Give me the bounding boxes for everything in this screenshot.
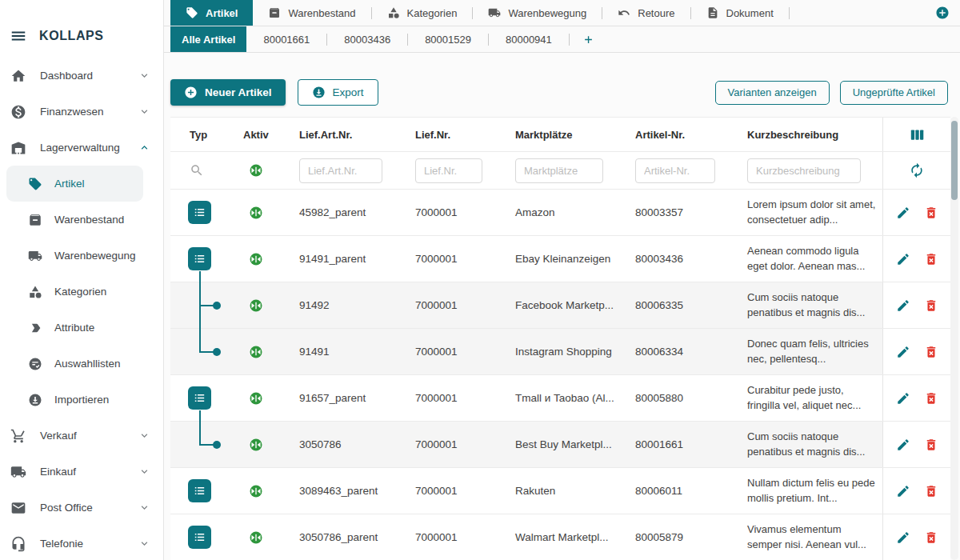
delete-trash-icon[interactable] [924, 530, 938, 545]
article-type-button[interactable] [188, 479, 211, 502]
tab-article-80003436[interactable]: 80003436 [327, 26, 407, 52]
sidebar: KOLLAPS Dashboard Finanzwesen Lagerverwa… [0, 0, 164, 560]
column-header-aktiv[interactable]: Aktiv [232, 129, 288, 141]
filter-marktplaetze-input[interactable] [515, 158, 603, 183]
tab-alle-artikel[interactable]: Alle Artikel [170, 26, 246, 52]
filter-cell [288, 158, 404, 183]
edit-pencil-icon[interactable] [896, 252, 910, 266]
filter-artikel-nr-input[interactable] [635, 158, 715, 183]
new-article-button[interactable]: Neuer Artikel [170, 79, 286, 106]
article-type-button[interactable] [188, 247, 211, 270]
tab-retoure[interactable]: Retoure [602, 0, 690, 26]
show-variants-button[interactable]: Varianten anzeigen [715, 81, 830, 105]
kurzbeschreibung-cell: Vivamus elementum semper nisi. Aenean vu… [736, 522, 882, 551]
sidebar-item-warenbewegung[interactable]: Warenbewegung [0, 238, 163, 274]
delete-trash-icon[interactable] [924, 252, 938, 266]
sidebar-item-post-office[interactable]: Post Office [0, 490, 163, 526]
sidebar-item-auswahllisten[interactable]: Auswahllisten [0, 346, 163, 382]
sidebar-item-importieren[interactable]: Importieren [0, 382, 163, 418]
tab-warenbestand[interactable]: Warenbestand [253, 0, 370, 26]
table-row[interactable]: 91657_parent 7000001 Tmall и Taobao (Al.… [170, 375, 950, 422]
column-settings-icon[interactable] [909, 126, 926, 143]
edit-pencil-icon[interactable] [896, 438, 910, 452]
tab-warenbewegung[interactable]: Warenbewegung [473, 0, 602, 26]
sidebar-item-verkauf[interactable]: Verkauf [0, 418, 163, 454]
lief-nr-cell: 7000001 [404, 485, 504, 497]
add-article-tab-button[interactable] [570, 26, 607, 52]
kurzbeschreibung-cell: Nullam dictum felis eu pede mollis preti… [736, 476, 882, 505]
active-toggle-icon[interactable] [249, 163, 263, 178]
filter-lief-nr-input[interactable] [415, 158, 482, 183]
table-row-child[interactable]: 3050786 7000001 Best Buy Marketpl... 800… [170, 422, 950, 468]
delete-trash-icon[interactable] [924, 391, 938, 406]
column-header-lief-art-nr[interactable]: Lief.Art.Nr. [288, 129, 404, 141]
filter-kurzbeschreibung-input[interactable] [747, 158, 861, 183]
article-type-button[interactable] [188, 201, 211, 224]
tab-article-80001661[interactable]: 80001661 [246, 26, 326, 52]
edit-pencil-icon[interactable] [896, 345, 910, 359]
hamburger-menu-icon[interactable] [10, 27, 27, 45]
sidebar-item-telefonie[interactable]: Telefonie [0, 526, 163, 560]
edit-pencil-icon[interactable] [896, 530, 910, 545]
column-header-typ[interactable]: Typ [170, 129, 232, 141]
aktiv-cell [232, 252, 288, 266]
tab-article-80001529[interactable]: 80001529 [408, 26, 488, 52]
column-header-artikel-nr[interactable]: Artikel-Nr. [624, 129, 736, 141]
tab-kategorien[interactable]: Kategorien [372, 0, 473, 26]
tab-label: Alle Artikel [182, 34, 235, 46]
sidebar-item-label: Dashboard [40, 70, 93, 82]
edit-pencil-icon[interactable] [896, 484, 910, 498]
sidebar-item-einkauf[interactable]: Einkauf [0, 454, 163, 490]
column-header-lief-nr[interactable]: Lief.Nr. [404, 129, 504, 141]
sidebar-item-dashboard[interactable]: Dashboard [0, 58, 163, 94]
edit-pencil-icon[interactable] [896, 298, 910, 313]
table-row[interactable]: 3089463_parent 7000001 Rakuten 80006011 … [170, 468, 950, 514]
column-header-kurzbeschreibung[interactable]: Kurzbeschreibung [736, 129, 882, 141]
tab-artikel[interactable]: Artikel [170, 0, 253, 26]
delete-trash-icon[interactable] [924, 345, 938, 359]
table-row-child[interactable]: 91491 7000001 Instagram Shopping 8000633… [170, 329, 950, 375]
column-header-marktplaetze[interactable]: Marktplätze [504, 129, 624, 141]
typ-cell [170, 236, 232, 282]
delete-trash-icon[interactable] [924, 438, 938, 452]
active-status-icon [249, 206, 263, 220]
column-header-actions [882, 118, 950, 151]
table-row[interactable]: 45982_parent 7000001 Amazon 80003357 Lor… [170, 190, 950, 236]
sidebar-item-warenbestand[interactable]: Warenbestand [0, 202, 163, 238]
article-type-button[interactable] [188, 526, 211, 549]
sidebar-item-attribute[interactable]: Attribute [0, 310, 163, 346]
table-row-child[interactable]: 91492 7000001 Facebook Marketp... 800063… [170, 282, 950, 329]
sidebar-item-artikel[interactable]: Artikel [6, 166, 143, 202]
main-area: Artikel Warenbestand Kategorien Warenbew… [164, 0, 960, 560]
sidebar-item-label: Auswahllisten [54, 358, 121, 370]
export-button[interactable]: Export [298, 79, 378, 106]
chevron-up-icon [138, 142, 150, 154]
edit-pencil-icon[interactable] [896, 206, 910, 220]
typ-cell [170, 329, 232, 374]
table-scrollbar-track[interactable] [950, 117, 958, 560]
delete-trash-icon[interactable] [924, 484, 938, 498]
edit-pencil-icon[interactable] [896, 391, 910, 406]
sidebar-item-kategorien[interactable]: Kategorien [0, 274, 163, 310]
chevron-down-icon [138, 538, 150, 550]
unverified-articles-button[interactable]: Ungeprüfte Artikel [840, 81, 948, 105]
delete-trash-icon[interactable] [924, 206, 938, 220]
table-row[interactable]: 3050786_parent 7000001 Walmart Marketpl.… [170, 514, 950, 560]
table-row[interactable]: 91491_parent 7000001 Ebay Kleinanzeigen … [170, 236, 950, 282]
lief-art-nr-cell: 91492 [288, 299, 404, 311]
tab-article-80000941[interactable]: 80000941 [489, 26, 569, 52]
sidebar-item-finanzwesen[interactable]: Finanzwesen [0, 94, 163, 130]
refresh-icon[interactable] [909, 162, 925, 178]
lief-art-nr-cell: 45982_parent [288, 206, 404, 218]
marktplatz-cell: Ebay Kleinanzeigen [504, 253, 624, 265]
filter-cell [404, 158, 504, 183]
tab-dokument[interactable]: Dokument [691, 0, 789, 26]
aktiv-cell [232, 530, 288, 545]
add-tab-icon[interactable] [935, 6, 950, 20]
filter-lief-art-nr-input[interactable] [299, 158, 382, 183]
search-icon[interactable] [190, 163, 204, 178]
table-scrollbar-thumb[interactable] [951, 121, 958, 200]
delete-trash-icon[interactable] [924, 298, 938, 313]
article-type-button[interactable] [188, 386, 211, 410]
sidebar-item-lagerverwaltung[interactable]: Lagerverwaltung [0, 130, 163, 166]
